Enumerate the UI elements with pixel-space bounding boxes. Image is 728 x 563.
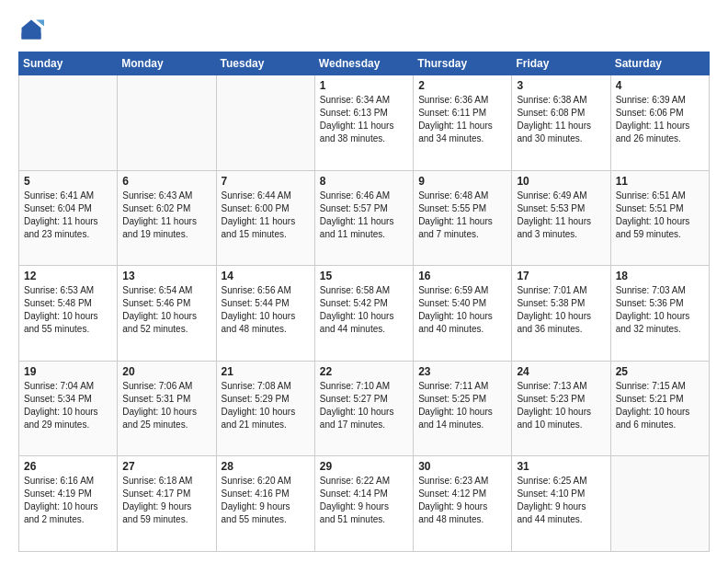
day-cell: 26Sunrise: 6:16 AM Sunset: 4:19 PM Dayli… [19,456,118,552]
day-number: 8 [320,175,408,188]
day-number: 26 [24,460,112,473]
day-info: Sunrise: 7:03 AM Sunset: 5:36 PM Dayligh… [616,284,704,336]
weekday-header-tuesday: Tuesday [216,52,314,75]
day-number: 13 [122,270,210,282]
day-number: 5 [24,175,112,188]
weekday-header-row: SundayMondayTuesdayWednesdayThursdayFrid… [19,52,710,75]
day-info: Sunrise: 6:44 AM Sunset: 6:00 PM Dayligh… [222,190,310,241]
day-cell [610,456,709,552]
day-info: Sunrise: 7:11 AM Sunset: 5:25 PM Dayligh… [418,380,506,431]
day-cell: 24Sunrise: 7:13 AM Sunset: 5:23 PM Dayli… [512,361,610,456]
day-cell: 9Sunrise: 6:48 AM Sunset: 5:55 PM Daylig… [414,170,512,266]
day-number: 23 [418,365,506,378]
day-number: 6 [122,175,210,188]
day-cell: 7Sunrise: 6:44 AM Sunset: 6:00 PM Daylig… [216,170,314,266]
weekday-header-friday: Friday [512,52,610,75]
day-cell: 5Sunrise: 6:41 AM Sunset: 6:04 PM Daylig… [19,170,118,266]
day-cell [19,75,118,171]
day-info: Sunrise: 6:22 AM Sunset: 4:14 PM Dayligh… [320,475,408,526]
day-cell: 18Sunrise: 7:03 AM Sunset: 5:36 PM Dayli… [610,266,709,362]
day-cell: 22Sunrise: 7:10 AM Sunset: 5:27 PM Dayli… [314,361,413,456]
day-number: 16 [418,270,506,282]
day-info: Sunrise: 7:10 AM Sunset: 5:27 PM Dayligh… [320,380,408,431]
day-cell: 14Sunrise: 6:56 AM Sunset: 5:44 PM Dayli… [216,266,314,362]
day-info: Sunrise: 6:20 AM Sunset: 4:16 PM Dayligh… [222,475,310,526]
day-info: Sunrise: 7:04 AM Sunset: 5:34 PM Dayligh… [24,380,112,431]
day-cell: 10Sunrise: 6:49 AM Sunset: 5:53 PM Dayli… [512,170,610,266]
day-number: 29 [320,460,408,473]
day-info: Sunrise: 6:48 AM Sunset: 5:55 PM Dayligh… [418,190,506,241]
day-info: Sunrise: 6:34 AM Sunset: 6:13 PM Dayligh… [320,94,408,145]
day-info: Sunrise: 6:51 AM Sunset: 5:51 PM Dayligh… [616,190,704,241]
day-number: 15 [320,270,408,282]
day-cell: 21Sunrise: 7:08 AM Sunset: 5:29 PM Dayli… [216,361,314,456]
day-number: 11 [616,175,704,188]
day-number: 7 [222,175,310,188]
day-number: 24 [517,365,605,378]
day-info: Sunrise: 6:54 AM Sunset: 5:46 PM Dayligh… [122,284,210,336]
day-info: Sunrise: 6:46 AM Sunset: 5:57 PM Dayligh… [320,190,408,241]
day-number: 12 [24,270,112,282]
day-cell: 27Sunrise: 6:18 AM Sunset: 4:17 PM Dayli… [118,456,216,552]
day-number: 9 [418,175,506,188]
day-cell: 2Sunrise: 6:36 AM Sunset: 6:11 PM Daylig… [414,75,512,171]
day-info: Sunrise: 6:58 AM Sunset: 5:42 PM Dayligh… [320,284,408,336]
day-number: 18 [616,270,704,282]
week-row-4: 19Sunrise: 7:04 AM Sunset: 5:34 PM Dayli… [19,361,710,456]
day-number: 2 [418,79,506,92]
calendar-table: SundayMondayTuesdayWednesdayThursdayFrid… [18,52,710,552]
week-row-2: 5Sunrise: 6:41 AM Sunset: 6:04 PM Daylig… [19,170,710,266]
day-info: Sunrise: 6:36 AM Sunset: 6:11 PM Dayligh… [418,94,506,145]
week-row-1: 1Sunrise: 6:34 AM Sunset: 6:13 PM Daylig… [19,75,710,171]
svg-rect-2 [22,33,41,40]
day-info: Sunrise: 6:16 AM Sunset: 4:19 PM Dayligh… [24,475,112,526]
day-number: 21 [222,365,310,378]
page: SundayMondayTuesdayWednesdayThursdayFrid… [0,0,728,563]
week-row-3: 12Sunrise: 6:53 AM Sunset: 5:48 PM Dayli… [19,266,710,362]
day-cell: 1Sunrise: 6:34 AM Sunset: 6:13 PM Daylig… [314,75,413,171]
day-info: Sunrise: 6:43 AM Sunset: 6:02 PM Dayligh… [122,190,210,241]
day-info: Sunrise: 6:59 AM Sunset: 5:40 PM Dayligh… [418,284,506,336]
day-cell: 8Sunrise: 6:46 AM Sunset: 5:57 PM Daylig… [314,170,413,266]
day-number: 25 [616,365,704,378]
day-info: Sunrise: 6:23 AM Sunset: 4:12 PM Dayligh… [418,475,506,526]
day-cell: 15Sunrise: 6:58 AM Sunset: 5:42 PM Dayli… [314,266,413,362]
weekday-header-sunday: Sunday [19,52,118,75]
day-number: 22 [320,365,408,378]
weekday-header-saturday: Saturday [610,52,709,75]
day-number: 14 [222,270,310,282]
day-cell: 30Sunrise: 6:23 AM Sunset: 4:12 PM Dayli… [414,456,512,552]
day-cell: 29Sunrise: 6:22 AM Sunset: 4:14 PM Dayli… [314,456,413,552]
day-info: Sunrise: 7:13 AM Sunset: 5:23 PM Dayligh… [517,380,605,431]
day-info: Sunrise: 7:06 AM Sunset: 5:31 PM Dayligh… [122,380,210,431]
day-info: Sunrise: 6:39 AM Sunset: 6:06 PM Dayligh… [616,94,704,145]
logo-icon [18,17,44,42]
weekday-header-monday: Monday [118,52,216,75]
week-row-5: 26Sunrise: 6:16 AM Sunset: 4:19 PM Dayli… [19,456,710,552]
day-cell [216,75,314,171]
header [18,17,710,42]
weekday-header-thursday: Thursday [414,52,512,75]
day-number: 10 [517,175,605,188]
day-info: Sunrise: 6:38 AM Sunset: 6:08 PM Dayligh… [517,94,605,145]
day-cell [118,75,216,171]
day-info: Sunrise: 6:41 AM Sunset: 6:04 PM Dayligh… [24,190,112,241]
day-number: 1 [320,79,408,92]
day-info: Sunrise: 6:53 AM Sunset: 5:48 PM Dayligh… [24,284,112,336]
day-number: 17 [517,270,605,282]
day-cell: 17Sunrise: 7:01 AM Sunset: 5:38 PM Dayli… [512,266,610,362]
day-cell: 11Sunrise: 6:51 AM Sunset: 5:51 PM Dayli… [610,170,709,266]
day-info: Sunrise: 7:08 AM Sunset: 5:29 PM Dayligh… [222,380,310,431]
day-number: 4 [616,79,704,92]
day-number: 30 [418,460,506,473]
day-cell: 20Sunrise: 7:06 AM Sunset: 5:31 PM Dayli… [118,361,216,456]
day-info: Sunrise: 7:15 AM Sunset: 5:21 PM Dayligh… [616,380,704,431]
day-cell: 25Sunrise: 7:15 AM Sunset: 5:21 PM Dayli… [610,361,709,456]
day-number: 3 [517,79,605,92]
day-cell: 4Sunrise: 6:39 AM Sunset: 6:06 PM Daylig… [610,75,709,171]
day-number: 20 [122,365,210,378]
logo [18,17,48,42]
weekday-header-wednesday: Wednesday [314,52,413,75]
day-number: 27 [122,460,210,473]
day-cell: 12Sunrise: 6:53 AM Sunset: 5:48 PM Dayli… [19,266,118,362]
